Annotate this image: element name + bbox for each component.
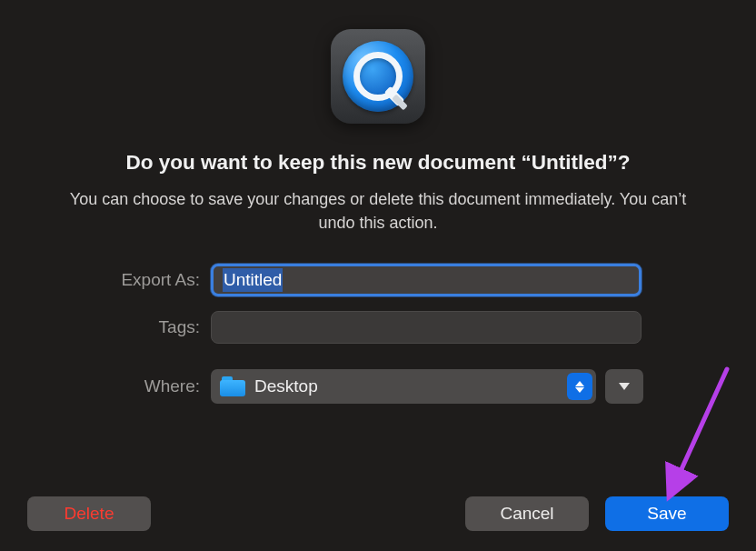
tags-label: Tags: <box>0 317 211 337</box>
tags-input[interactable] <box>221 317 632 337</box>
where-label: Where: <box>0 376 211 396</box>
export-as-field[interactable]: Untitled <box>211 264 642 296</box>
dialog-subtitle: You can choose to save your changes or d… <box>0 187 756 235</box>
export-as-value: Untitled <box>223 268 283 292</box>
export-as-row: Export As: Untitled <box>0 264 756 296</box>
button-bar: Delete Cancel Save <box>0 496 756 531</box>
where-popup[interactable]: Desktop <box>211 369 596 404</box>
delete-button[interactable]: Delete <box>27 496 151 531</box>
export-as-label: Export As: <box>0 270 211 290</box>
save-sheet: Do you want to keep this new document “U… <box>0 0 756 551</box>
cancel-button[interactable]: Cancel <box>465 496 589 531</box>
dialog-title: Do you want to keep this new document “U… <box>98 151 657 175</box>
chevron-down-icon <box>619 383 630 390</box>
where-row: Where: Desktop <box>0 369 756 404</box>
quicktime-app-icon <box>331 29 425 124</box>
folder-icon <box>220 376 245 396</box>
save-form: Export As: Untitled Tags: Where: <box>0 264 756 418</box>
tags-row: Tags: <box>0 311 756 344</box>
save-button[interactable]: Save <box>605 496 729 531</box>
expand-save-panel-button[interactable] <box>605 369 643 404</box>
where-value: Desktop <box>254 376 567 396</box>
tags-field[interactable] <box>211 311 642 344</box>
updown-stepper-icon <box>567 373 592 400</box>
